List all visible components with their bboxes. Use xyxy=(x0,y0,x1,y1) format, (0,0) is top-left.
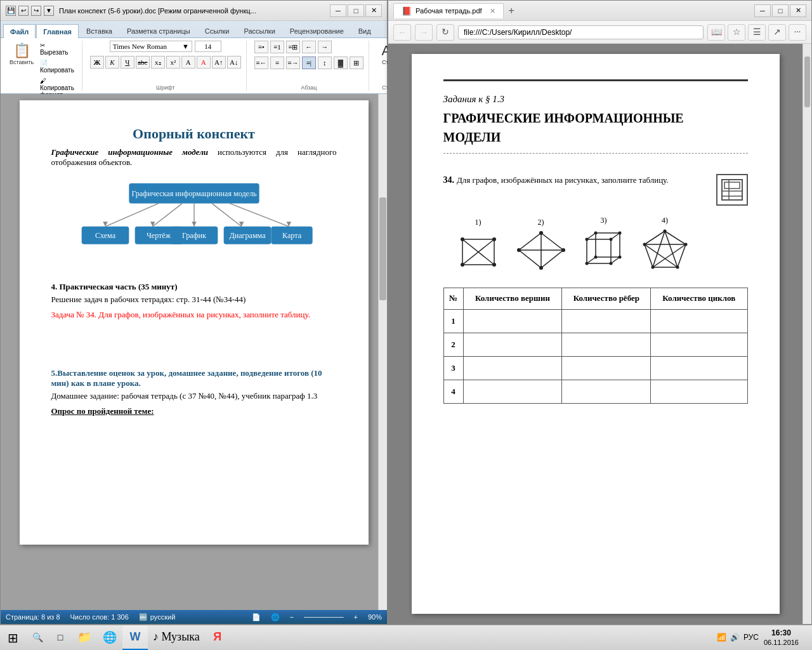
pdf-minimize[interactable]: ─ xyxy=(754,4,771,17)
shading-button[interactable]: ▓ xyxy=(334,56,348,69)
svg-marker-8 xyxy=(150,222,154,226)
back-button[interactable]: ← xyxy=(393,24,411,41)
new-tab-button[interactable]: + xyxy=(504,5,520,17)
cut-button[interactable]: ✂ Вырезать xyxy=(37,41,77,57)
svg-point-62 xyxy=(684,243,687,246)
view-web[interactable]: 🌐 xyxy=(271,613,280,621)
doc-area[interactable]: Опорный конспект Графические информацион… xyxy=(1,94,387,610)
pdf-restore[interactable]: □ xyxy=(772,4,789,17)
align-justify-button[interactable]: ≡| xyxy=(302,56,316,69)
align-center-button[interactable]: ≡ xyxy=(270,56,284,69)
tab-view[interactable]: Вид xyxy=(351,23,378,37)
underline-button[interactable]: Ч xyxy=(121,56,134,69)
line-spacing-button[interactable]: ↕ xyxy=(318,56,332,69)
tab-mail[interactable]: Рассылки xyxy=(237,23,282,37)
font-name-dropdown[interactable]: ▼ xyxy=(182,43,189,50)
task-view-button[interactable]: □ xyxy=(49,625,72,650)
font-size-increase[interactable]: A↑ xyxy=(212,56,226,69)
taskbar-explorer[interactable]: 📁 xyxy=(72,625,97,650)
indent-decrease-button[interactable]: ← xyxy=(302,41,316,53)
favorites-button[interactable]: ☆ xyxy=(728,24,745,41)
tab-refs[interactable]: Ссылки xyxy=(198,23,237,37)
share-button[interactable]: ↗ xyxy=(768,24,786,41)
quick-access-dropdown[interactable]: ▼ xyxy=(44,6,54,16)
align-right-button[interactable]: ≡→ xyxy=(286,56,300,69)
quick-access-undo[interactable]: ↩ xyxy=(18,6,29,16)
pdf-tab-close[interactable]: ✕ xyxy=(490,7,495,15)
tab-layout[interactable]: Разметка страницы xyxy=(120,23,197,37)
doc-title: Опорный конспект xyxy=(51,126,337,142)
search-button[interactable]: 🔍 xyxy=(26,625,49,650)
task34-row: 34. Для графов, изображённых на рисунках… xyxy=(443,174,748,206)
word-scrollbar[interactable] xyxy=(378,94,387,610)
pdf-close[interactable]: ✕ xyxy=(790,4,806,17)
paragraph-label: Абзац xyxy=(301,84,317,91)
reading-mode-button[interactable]: 📖 xyxy=(707,24,725,41)
refresh-button[interactable]: ↻ xyxy=(436,24,454,41)
svg-text:Диаграмма: Диаграмма xyxy=(229,231,266,240)
quick-access-save[interactable]: 💾 xyxy=(6,6,16,16)
zoom-slider[interactable]: ──────── xyxy=(304,613,343,621)
hub-button[interactable]: ☰ xyxy=(748,24,766,41)
subscript-button[interactable]: x₂ xyxy=(151,56,165,69)
strikethrough-button[interactable]: abc xyxy=(136,56,150,69)
row3-cycles xyxy=(651,356,747,380)
row1-edges xyxy=(562,309,651,333)
font-group: Times New Roman ▼ 14 Ж К Ч abc x₂ xyxy=(88,41,247,91)
font-name-box[interactable]: Times New Roman ▼ xyxy=(110,41,192,52)
indent-increase-button[interactable]: → xyxy=(318,41,332,53)
lang-indicator[interactable]: РУС xyxy=(743,633,759,642)
minimize-button[interactable]: ─ xyxy=(330,4,346,17)
col-num: № xyxy=(443,288,463,310)
close-button[interactable]: ✕ xyxy=(365,4,382,17)
highlight-button[interactable]: A xyxy=(181,56,195,69)
svg-line-45 xyxy=(587,257,596,263)
network-icon: 📶 xyxy=(717,633,726,642)
taskbar-word[interactable]: W xyxy=(122,625,148,650)
svg-point-40 xyxy=(517,248,521,252)
zoom-in[interactable]: + xyxy=(354,613,358,621)
word-scroll-thumb[interactable] xyxy=(379,197,386,301)
font-size-decrease[interactable]: A↓ xyxy=(227,56,241,69)
pdf-scroll-thumb[interactable] xyxy=(804,56,810,107)
superscript-button[interactable]: x² xyxy=(166,56,180,69)
svg-line-44 xyxy=(611,233,620,239)
taskbar-yandex[interactable]: Я xyxy=(205,625,230,650)
more-button[interactable]: ··· xyxy=(789,24,806,41)
zoom-out[interactable]: − xyxy=(290,613,294,621)
pdf-scrollbar[interactable] xyxy=(802,44,811,624)
taskbar-edge[interactable]: 🌐 xyxy=(97,625,122,650)
bold-button[interactable]: Ж xyxy=(90,56,104,69)
forward-button[interactable]: → xyxy=(415,24,433,41)
tab-review[interactable]: Рецензирование xyxy=(283,23,351,37)
tab-insert[interactable]: Вставка xyxy=(79,23,119,37)
tab-file[interactable]: Файл xyxy=(3,24,36,38)
pdf-tab[interactable]: 📕 Рабочая тетрадь.pdf ✕ xyxy=(393,3,504,18)
task34-content: 34. Для графов, изображённых на рисунках… xyxy=(443,174,711,187)
restore-button[interactable]: □ xyxy=(348,4,364,17)
section4-body: Решение задач в рабочих тетрадях: стр. 3… xyxy=(51,295,337,305)
svg-point-61 xyxy=(663,230,666,233)
start-button[interactable]: ⊞ xyxy=(0,625,26,650)
taskbar-time[interactable]: 16:30 06.11.2016 xyxy=(764,628,799,647)
italic-button[interactable]: К xyxy=(105,56,119,69)
align-left-button[interactable]: ≡← xyxy=(254,56,268,69)
pdf-content-wrapper: Задания к § 1.3 ГРАФИЧЕСКИЕ ИНФОРМАЦИОНН… xyxy=(388,44,811,624)
list-number-button[interactable]: ≡1 xyxy=(270,41,284,53)
list-bullet-button[interactable]: ≡• xyxy=(254,41,268,53)
border-button[interactable]: ⊞ xyxy=(350,56,363,69)
quick-access-redo[interactable]: ↪ xyxy=(31,6,41,16)
address-bar[interactable] xyxy=(458,25,704,39)
list-multilevel-button[interactable]: ≡⊞ xyxy=(286,41,300,53)
font-color-button[interactable]: A xyxy=(197,56,211,69)
copy-button[interactable]: 📄 Копировать xyxy=(37,58,77,75)
tab-home[interactable]: Главная xyxy=(36,24,79,38)
font-size-box[interactable]: 14 xyxy=(195,41,221,52)
paste-button[interactable]: 📋 Вставить xyxy=(8,41,35,67)
svg-point-38 xyxy=(561,248,565,252)
view-normal[interactable]: 📄 xyxy=(252,613,261,621)
pdf-tab-title: Рабочая тетрадь.pdf xyxy=(416,7,482,15)
svg-point-49 xyxy=(585,262,588,265)
taskbar-music[interactable]: ♪ Музыка xyxy=(148,625,205,650)
pdf-content[interactable]: Задания к § 1.3 ГРАФИЧЕСКИЕ ИНФОРМАЦИОНН… xyxy=(388,44,802,624)
